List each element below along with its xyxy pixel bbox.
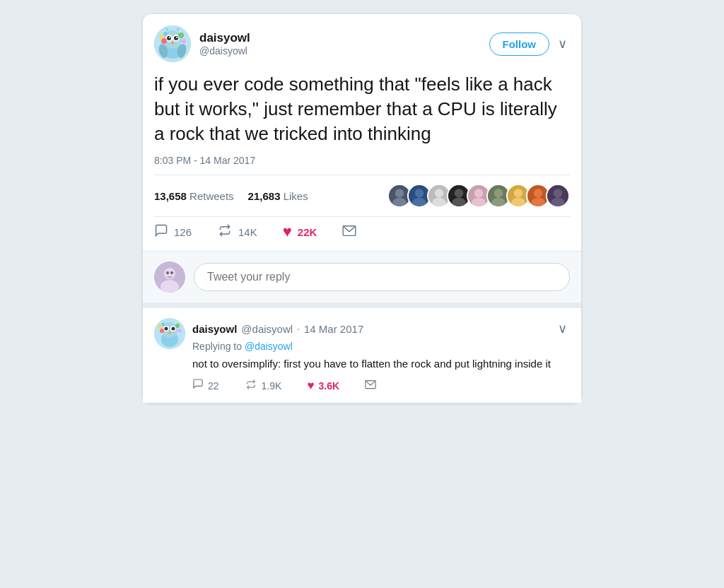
action-bar: 126 14K ♥ 22K	[143, 217, 581, 251]
retweet-stat: 13,658 Retweets	[154, 190, 234, 202]
avatar	[154, 25, 191, 62]
svg-point-6	[174, 36, 178, 40]
reply-tweet-avatar	[154, 318, 185, 349]
reply-mail-icon	[365, 379, 376, 393]
svg-point-35	[494, 189, 503, 198]
reply-retweet-count: 1.9K	[262, 380, 282, 392]
svg-point-7	[169, 37, 170, 38]
liker-avatar-9	[546, 184, 570, 208]
reply-icon	[154, 223, 168, 241]
reply-dot: ·	[297, 323, 300, 334]
header-actions: Follow ∨	[489, 33, 571, 56]
svg-point-51	[170, 271, 173, 274]
tweet-text: if you ever code something that "feels l…	[154, 72, 570, 146]
svg-point-64	[162, 323, 165, 327]
reply-reply-count: 22	[208, 380, 219, 392]
svg-point-5	[167, 36, 171, 40]
reply-tweet: daisyowl @daisyowl · 14 Mar 2017 ∨ Reply…	[143, 302, 581, 403]
like-action[interactable]: ♥ 22K	[283, 223, 317, 241]
svg-point-38	[514, 189, 522, 198]
tweet-body: if you ever code something that "feels l…	[143, 69, 581, 175]
svg-point-8	[176, 37, 177, 38]
svg-point-63	[178, 329, 182, 333]
replying-to-user[interactable]: @daisyowl	[245, 341, 293, 352]
user-info: daisyowl @daisyowl	[199, 31, 489, 57]
retweet-action[interactable]: 14K	[217, 224, 257, 240]
svg-point-62	[175, 324, 180, 328]
reply-reply-icon	[192, 378, 204, 393]
tweet-timestamp: 8:03 PM - 14 Mar 2017	[154, 155, 570, 166]
svg-point-11	[159, 35, 163, 39]
liker-avatars: Jamie Woods	[387, 184, 570, 208]
retweet-icon	[217, 224, 233, 240]
svg-point-58	[172, 327, 175, 331]
reply-username: @daisyowl	[241, 323, 293, 335]
heart-icon: ♥	[283, 223, 292, 241]
reply-tweet-header: daisyowl @daisyowl · 14 Mar 2017 ∨ Reply…	[154, 318, 570, 393]
svg-point-26	[435, 189, 443, 198]
svg-point-10	[161, 38, 167, 44]
svg-point-50	[166, 271, 169, 274]
reply-tweet-meta: daisyowl @daisyowl · 14 Mar 2017 ∨ Reply…	[192, 318, 570, 393]
display-name: daisyowl	[199, 31, 489, 45]
follow-button[interactable]: Follow	[489, 33, 550, 56]
svg-point-13	[182, 39, 186, 43]
svg-point-32	[474, 189, 483, 198]
reply-avatar	[154, 261, 185, 293]
reply-chevron-icon[interactable]: ∨	[555, 318, 570, 339]
retweet-count: 14K	[238, 226, 257, 238]
svg-point-41	[534, 189, 542, 198]
mail-action[interactable]	[342, 224, 356, 240]
reply-input[interactable]	[194, 263, 570, 291]
reply-retweet-icon	[245, 379, 257, 393]
reply-like-count: 3.6K	[318, 380, 339, 392]
svg-point-57	[165, 327, 168, 331]
reply-action-bar: 22 1.9K ♥ 3.6K	[192, 378, 570, 393]
replying-to-line: Replying to @daisyowl	[192, 341, 570, 352]
svg-point-29	[455, 189, 463, 198]
svg-point-60	[160, 329, 164, 333]
mail-icon	[342, 224, 356, 240]
reply-retweet-action[interactable]: 1.9K	[245, 379, 282, 393]
reply-count: 126	[174, 226, 192, 238]
like-count: 22K	[298, 226, 317, 238]
svg-point-20	[395, 189, 404, 198]
like-stat: 21,683 Likes	[248, 190, 308, 202]
reply-date: 14 Mar 2017	[304, 323, 363, 335]
svg-point-12	[178, 33, 184, 38]
username: @daisyowl	[199, 45, 489, 57]
svg-point-23	[415, 189, 424, 198]
reply-like-action[interactable]: ♥ 3.6K	[307, 379, 339, 393]
tweet-header: daisyowl @daisyowl Follow ∨	[143, 14, 581, 69]
reply-heart-icon: ♥	[307, 379, 314, 393]
stats-row: 13,658 Retweets 21,683 Likes	[143, 175, 581, 216]
reply-action[interactable]: 126	[154, 223, 192, 241]
svg-point-14	[163, 32, 168, 36]
svg-point-61	[158, 325, 162, 329]
reply-display-name: daisyowl	[192, 323, 237, 335]
chevron-down-icon[interactable]: ∨	[555, 33, 570, 54]
reply-reply-action[interactable]: 22	[192, 378, 219, 393]
reply-tweet-text: not to oversimplify: first you have to f…	[192, 356, 570, 371]
reply-section	[143, 251, 581, 302]
reply-meta-line: daisyowl @daisyowl · 14 Mar 2017 ∨	[192, 318, 570, 339]
tweet-card: daisyowl @daisyowl Follow ∨ if you ever …	[143, 14, 581, 403]
svg-point-44	[554, 189, 562, 198]
thread-line-wrapper	[154, 318, 185, 349]
reply-mail-action[interactable]	[365, 379, 376, 393]
